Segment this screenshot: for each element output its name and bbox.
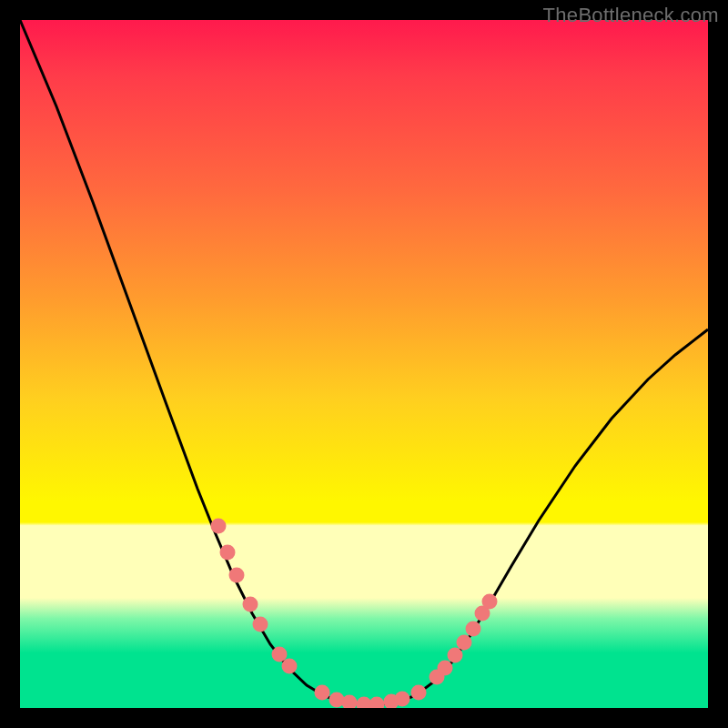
bottleneck-curve [20, 20, 708, 704]
chart-plot-area [20, 20, 708, 708]
chart-svg [20, 20, 708, 708]
data-dot [395, 692, 410, 707]
data-dot [282, 659, 298, 674]
data-dot [253, 617, 268, 632]
data-dot [243, 597, 258, 612]
data-dot [457, 635, 472, 651]
curve-dots [211, 519, 498, 709]
data-dot [220, 545, 236, 561]
data-dot [448, 648, 463, 663]
data-dot [482, 594, 498, 610]
watermark-label: TheBottleneck.com [543, 4, 719, 27]
data-dot [315, 685, 330, 701]
data-dot [342, 695, 358, 709]
data-dot [329, 693, 345, 708]
data-dot [466, 622, 481, 637]
data-dot [272, 647, 288, 662]
data-dot [411, 685, 427, 701]
data-dot [229, 568, 245, 583]
data-dot [211, 519, 227, 534]
data-dot [369, 697, 385, 709]
data-dot [438, 661, 453, 676]
